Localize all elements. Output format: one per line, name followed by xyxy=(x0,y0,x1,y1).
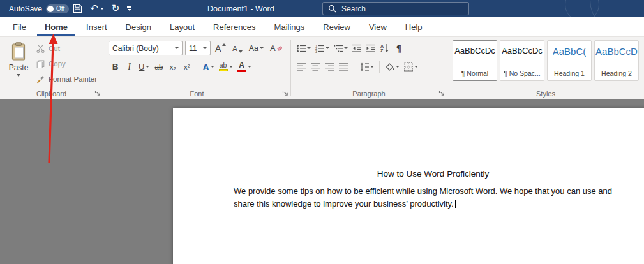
undo-dropdown-caret xyxy=(100,8,104,10)
sort-arrow-icon xyxy=(384,43,389,53)
grow-font-button[interactable]: A xyxy=(213,41,228,55)
document-page[interactable]: How to Use Word Proficiently We provide … xyxy=(173,108,644,264)
shrink-font-button[interactable]: A xyxy=(230,41,244,55)
style-normal[interactable]: AaBbCcDc ¶ Normal xyxy=(453,40,497,81)
style-heading-2[interactable]: AaBbCcD Heading 2 xyxy=(594,40,639,81)
search-icon xyxy=(328,4,336,13)
numbering-button[interactable]: 1 2 3 xyxy=(313,41,331,55)
font-name-value: Calibri (Body) xyxy=(112,44,159,53)
cut-button[interactable]: Cut xyxy=(34,42,99,55)
style-name: Heading 1 xyxy=(554,70,585,77)
subscript-button[interactable]: x₂ xyxy=(166,59,179,74)
align-left-button[interactable] xyxy=(295,59,308,74)
sort-az-letters: A Z xyxy=(380,44,384,53)
tab-review[interactable]: Review xyxy=(315,17,358,36)
clipboard-dialog-launcher[interactable] xyxy=(94,90,101,96)
tab-references[interactable]: References xyxy=(206,17,263,36)
format-painter-button[interactable]: Format Painter xyxy=(34,73,99,85)
superscript-button[interactable]: x² xyxy=(180,59,193,74)
align-center-button[interactable] xyxy=(309,59,322,74)
underline-button[interactable]: U xyxy=(137,59,151,74)
sort-button[interactable]: A Z xyxy=(378,41,391,55)
line-spacing-button[interactable] xyxy=(358,59,375,74)
align-left-icon xyxy=(296,62,306,72)
line-spacing-caret xyxy=(370,66,374,68)
borders-button[interactable] xyxy=(402,59,419,74)
borders-icon xyxy=(403,62,414,72)
document-title-text[interactable]: How to Use Word Proficiently xyxy=(234,169,633,179)
shading-button[interactable] xyxy=(384,59,401,74)
paragraph-dialog-launcher[interactable] xyxy=(438,90,445,96)
underline-caret xyxy=(146,66,149,68)
strikethrough-button[interactable]: ab xyxy=(152,59,165,74)
tab-help[interactable]: Help xyxy=(398,17,430,36)
redo-button[interactable]: ↻ xyxy=(108,0,124,17)
autosave-toggle[interactable]: AutoSave Off xyxy=(9,4,69,13)
tab-file[interactable]: File xyxy=(5,17,34,36)
paste-dropdown-caret xyxy=(17,74,20,77)
font-size-combobox[interactable]: 11 xyxy=(185,41,211,55)
document-body-text[interactable]: We provide some tips on how to be effici… xyxy=(234,185,633,210)
style-name: ¶ No Spac... xyxy=(504,70,541,77)
decrease-indent-button[interactable] xyxy=(350,41,363,55)
change-case-caret xyxy=(260,47,264,49)
bullets-button[interactable] xyxy=(295,41,312,55)
shading-caret xyxy=(396,66,400,68)
word-window: AutoSave Off ↶ ↻ Docume xyxy=(0,0,644,264)
align-right-button[interactable] xyxy=(323,59,336,74)
title-bar: AutoSave Off ↶ ↻ Docume xyxy=(0,0,644,17)
show-formatting-marks-button[interactable]: ¶ xyxy=(393,41,405,55)
font-row-2: B I U ab x₂ x² A ab xyxy=(109,59,253,74)
clear-formatting-button[interactable]: A xyxy=(268,41,284,55)
tab-view[interactable]: View xyxy=(361,17,394,36)
pilcrow-icon: ¶ xyxy=(396,43,402,54)
tab-insert[interactable]: Insert xyxy=(79,17,115,36)
titlebar-decoration-circle xyxy=(565,0,599,17)
quick-access-toolbar-dropdown[interactable] xyxy=(123,0,135,17)
copy-icon xyxy=(36,60,45,68)
bold-button[interactable]: B xyxy=(109,59,122,74)
clipboard-group: Paste Cut xyxy=(0,37,103,99)
multilevel-list-icon xyxy=(333,43,343,54)
numbering-caret xyxy=(326,47,329,49)
styles-group-label: Styles xyxy=(447,90,644,98)
bullets-caret xyxy=(307,47,311,49)
undo-button[interactable]: ↶ xyxy=(86,0,108,17)
paragraph-group-label: Paragraph xyxy=(291,90,447,98)
ribbon-tab-bar: File Home Insert Design Layout Reference… xyxy=(0,17,644,37)
search-input[interactable] xyxy=(341,4,450,13)
font-color-button[interactable]: A xyxy=(236,59,253,74)
search-box[interactable] xyxy=(322,2,469,15)
style-sample: AaBbCcD xyxy=(595,46,638,57)
style-sample: AaBbCcDc xyxy=(502,46,543,55)
button-separator xyxy=(197,61,197,73)
increase-indent-button[interactable] xyxy=(364,41,377,55)
eraser-icon xyxy=(277,46,282,50)
style-heading-1[interactable]: AaBbC( Heading 1 xyxy=(547,40,592,81)
tab-mailings[interactable]: Mailings xyxy=(267,17,313,36)
text-effects-button[interactable]: A xyxy=(200,59,216,74)
change-case-button[interactable]: Aa xyxy=(247,41,266,55)
justify-button[interactable] xyxy=(337,59,350,74)
tab-layout[interactable]: Layout xyxy=(162,17,202,36)
line-spacing-icon xyxy=(359,62,370,72)
paste-button[interactable]: Paste xyxy=(4,40,33,88)
autosave-switch[interactable]: Off xyxy=(46,4,69,13)
document-paragraph[interactable]: We provide some tips on how to be effici… xyxy=(234,186,612,209)
save-button[interactable] xyxy=(69,0,86,17)
font-name-combobox[interactable]: Calibri (Body) xyxy=(109,41,183,55)
copy-button[interactable]: Copy xyxy=(34,57,99,70)
multilevel-list-button[interactable] xyxy=(332,41,349,55)
tab-home[interactable]: Home xyxy=(37,17,75,36)
button-separator xyxy=(354,61,354,73)
italic-button[interactable]: I xyxy=(123,59,136,74)
font-dialog-launcher[interactable] xyxy=(282,90,288,96)
font-color-caret xyxy=(248,66,251,68)
text-highlight-color-button[interactable]: ab xyxy=(217,59,235,74)
paste-clipboard-icon xyxy=(11,42,26,61)
tab-design[interactable]: Design xyxy=(118,17,159,36)
autosave-label: AutoSave xyxy=(9,4,42,13)
style-no-spacing[interactable]: AaBbCcDc ¶ No Spac... xyxy=(500,40,544,81)
font-group: Calibri (Body) 11 A A Aa A xyxy=(103,37,290,99)
document-area: How to Use Word Proficiently We provide … xyxy=(0,99,644,264)
